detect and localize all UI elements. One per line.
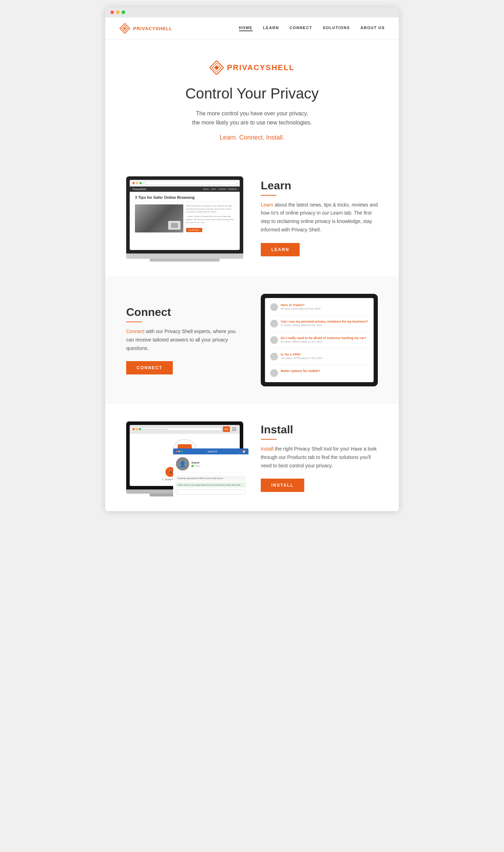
- connect-title-3: Do I really need to be afraid of someone…: [281, 336, 368, 340]
- nav-solutions[interactable]: SOLUTIONS: [323, 26, 350, 31]
- logo-icon: [119, 23, 130, 34]
- learn-screen-outer: PrivacyShell HomeLearnConnectSolutions 3…: [126, 176, 243, 253]
- avatar-4: [270, 353, 278, 360]
- learn-button[interactable]: LEARN: [261, 243, 300, 256]
- learn-text: Learn Learn about the latest news, tips …: [261, 179, 378, 256]
- article-text2: ...when a team of researches who are ana…: [186, 215, 234, 224]
- article-text: With all the tips to browse on the inter…: [186, 204, 234, 213]
- chat-message-1: Anything regarding this WIKI must be kep…: [176, 476, 246, 481]
- page-content: PRIVACYSHELL HOME LEARN CONNECT SOLUTION…: [105, 18, 399, 511]
- hero-logo-text: PRIVACYSHELL: [227, 63, 294, 72]
- connect-screen-content: Hero or Traitor? 66 views • Arion asked …: [265, 298, 374, 382]
- article-title: 3 Tips for Safer Online Browsing: [135, 195, 234, 202]
- install-text: Install Install the right Privacy Shell …: [261, 423, 378, 492]
- connect-title-1: Hero or Traitor?: [281, 303, 368, 307]
- chat-input[interactable]: [176, 489, 246, 494]
- connect-item-content-5: Better options for mobile?: [281, 369, 368, 373]
- connect-item-content-2: Can I use my personal privacy solutions …: [281, 320, 368, 326]
- nav-links: HOME LEARN CONNECT SOLUTIONS ABOUT US: [239, 26, 385, 31]
- connect-section: Hero or Traitor? 66 views • Arion asked …: [105, 276, 399, 404]
- avatar-3: [270, 336, 278, 344]
- install-body: Install the right Privacy Shell tool for…: [261, 445, 378, 470]
- nav-about[interactable]: ABOUT US: [361, 26, 385, 31]
- hero-heading: Control Your Privacy: [119, 85, 385, 102]
- chat-message-2: That's why we are using Tipsecret, the m…: [176, 482, 246, 487]
- connect-tablet-mockup: Hero or Traitor? 66 views • Arion asked …: [261, 294, 378, 386]
- svg-rect-5: [214, 65, 219, 70]
- learn-screen-content: PrivacyShell HomeLearnConnectSolutions 3…: [130, 187, 240, 241]
- close-dot[interactable]: [110, 11, 114, 14]
- nav-home[interactable]: HOME: [239, 26, 253, 31]
- minimize-dot[interactable]: [116, 11, 120, 14]
- browser-chrome: [105, 7, 399, 18]
- install-body-text: the right Privacy Shell tool for you! Ha…: [261, 446, 377, 468]
- connect-tablet-outer: Hero or Traitor? 66 views • Arion asked …: [261, 294, 378, 386]
- install-section-inner: www.privacysnapper.com PS: [126, 421, 378, 494]
- learn-screen-inner: PrivacyShell HomeLearnConnectSolutions 3…: [130, 180, 240, 250]
- learn-body: Learn about the latest news, tips & tric…: [261, 201, 378, 234]
- connect-tablet-screen: Hero or Traitor? 66 views • Arion asked …: [265, 298, 374, 382]
- hero-subtitle: The more control you have over your priv…: [119, 109, 385, 127]
- hero-logo-icon: [210, 61, 224, 75]
- connect-meta-1: 66 views • Arion asked 25 Nov, 2015: [281, 307, 368, 310]
- connect-meta-2: 51 Views • Sherry asked 05 Oct, 2015: [281, 324, 368, 326]
- connect-title-5: Better options for mobile?: [281, 369, 368, 373]
- connect-title-2: Can I use my personal privacy solutions …: [281, 320, 368, 323]
- browser-window: PRIVACYSHELL HOME LEARN CONNECT SOLUTION…: [105, 7, 399, 511]
- connect-item-1: Hero or Traitor? 66 views • Arion asked …: [270, 303, 368, 316]
- connect-item-4: Is Tor a VPN? 121 views • DFTB asked 27 …: [270, 353, 368, 365]
- install-mockup-wrapper: www.privacysnapper.com PS: [126, 421, 243, 494]
- avatar-1: [270, 303, 278, 311]
- connect-meta-4: 121 views • DFTB asked 27 Oct, 2016: [281, 357, 368, 359]
- connect-item-content-4: Is Tor a VPN? 121 views • DFTB asked 27 …: [281, 353, 368, 359]
- hero-logo: PRIVACYSHELL: [119, 61, 385, 75]
- connect-section-inner: Hero or Traitor? 66 views • Arion asked …: [126, 294, 378, 386]
- connect-body: Connect with our Privacy Shell experts, …: [126, 327, 243, 352]
- chat-window-title: tips3cr3t: [184, 450, 241, 453]
- chat-user-avatar: 👤: [176, 457, 189, 471]
- maximize-dot[interactable]: [122, 11, 125, 14]
- install-chat-overlay: tips3cr3t ⏰ 👤 Guest online: [173, 448, 248, 497]
- chat-user-name: Guest: [191, 461, 200, 464]
- connect-item-2: Can I use my personal privacy solutions …: [270, 320, 368, 332]
- nav-logo-text: PRIVACYSHELL: [133, 26, 172, 31]
- article-read-more: Read More: [186, 228, 202, 232]
- connect-item-content-1: Hero or Traitor? 66 views • Arion asked …: [281, 303, 368, 310]
- hero-section: PRIVACYSHELL Control Your Privacy The mo…: [105, 40, 399, 159]
- nav-connect[interactable]: CONNECT: [290, 26, 312, 31]
- install-button[interactable]: INSTALL: [261, 479, 304, 492]
- learn-section-inner: PrivacyShell HomeLearnConnectSolutions 3…: [126, 176, 378, 259]
- avatar-5: [270, 369, 278, 377]
- connect-item-3: Do I really need to be afraid of someone…: [270, 336, 368, 349]
- hero-tagline: Learn. Connect. Install.: [119, 134, 385, 141]
- connect-highlight: Connect: [126, 329, 144, 334]
- install-heading: Install: [261, 423, 378, 436]
- install-highlight: Install: [261, 446, 274, 452]
- connect-divider: [126, 322, 142, 322]
- svg-rect-2: [123, 27, 126, 30]
- learn-section: PrivacyShell HomeLearnConnectSolutions 3…: [105, 159, 399, 276]
- install-section: www.privacysnapper.com PS: [105, 404, 399, 511]
- learn-heading: Learn: [261, 179, 378, 192]
- browser-url: www.privacysnapper.com: [144, 428, 168, 430]
- install-divider: [261, 439, 277, 440]
- connect-heading: Connect: [126, 306, 243, 319]
- avatar-2: [270, 320, 278, 327]
- learn-body-text: about the latest news, tips & tricks, re…: [261, 202, 378, 232]
- connect-title-4: Is Tor a VPN?: [281, 353, 368, 356]
- learn-laptop-mockup: PrivacyShell HomeLearnConnectSolutions 3…: [126, 176, 243, 259]
- connect-button[interactable]: CONNECT: [126, 361, 173, 374]
- learn-divider: [261, 195, 277, 196]
- connect-text: Connect Connect with our Privacy Shell e…: [126, 306, 243, 374]
- nav-learn[interactable]: LEARN: [263, 26, 279, 31]
- laptop-base: [126, 253, 243, 259]
- logo: PRIVACYSHELL: [119, 23, 172, 34]
- connect-meta-3: 86 views • Wilson asked 11 Nov, 2015: [281, 340, 368, 343]
- learn-highlight: Learn: [261, 202, 273, 208]
- article-image: [135, 204, 183, 232]
- connect-item-content-3: Do I really need to be afraid of someone…: [281, 336, 368, 343]
- navbar: PRIVACYSHELL HOME LEARN CONNECT SOLUTION…: [105, 18, 399, 40]
- chat-screen: 👤 Guest online Anything regarding this: [173, 454, 248, 497]
- connect-item-5: Better options for mobile?: [270, 369, 368, 377]
